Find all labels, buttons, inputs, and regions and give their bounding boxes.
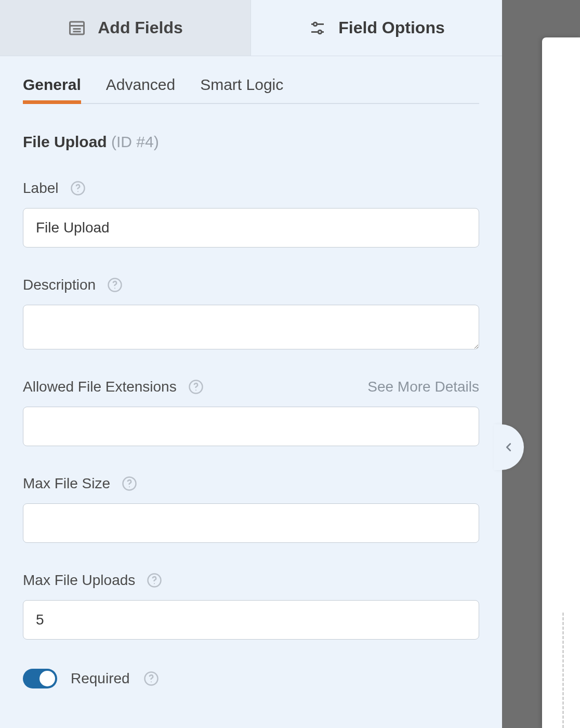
field-description-group: Description bbox=[23, 277, 479, 349]
label-input[interactable] bbox=[23, 208, 479, 248]
max-size-input[interactable] bbox=[23, 503, 479, 543]
help-icon[interactable] bbox=[70, 180, 86, 196]
subtab-general[interactable]: General bbox=[23, 69, 81, 103]
required-toggle[interactable] bbox=[23, 669, 57, 688]
toggle-knob bbox=[39, 671, 55, 686]
description-input[interactable] bbox=[23, 305, 479, 349]
svg-point-5 bbox=[313, 22, 317, 26]
allowed-ext-input[interactable] bbox=[23, 407, 479, 446]
help-icon[interactable] bbox=[143, 671, 159, 686]
tab-add-fields-label: Add Fields bbox=[98, 18, 183, 37]
field-max-uploads-group: Max File Uploads bbox=[23, 572, 479, 640]
section-heading: File Upload (ID #4) bbox=[0, 104, 502, 151]
help-icon[interactable] bbox=[107, 277, 123, 293]
svg-point-19 bbox=[151, 681, 152, 682]
field-type-title: File Upload bbox=[23, 133, 107, 150]
field-allowed-ext-group: Allowed File Extensions See More Details bbox=[23, 379, 479, 446]
svg-point-15 bbox=[129, 486, 130, 487]
list-icon bbox=[68, 19, 86, 37]
sub-tabs-container: General Advanced Smart Logic bbox=[0, 69, 502, 104]
subtab-advanced[interactable]: Advanced bbox=[106, 69, 175, 103]
label-label: Label bbox=[23, 180, 59, 197]
preview-card-edge bbox=[542, 37, 580, 728]
tab-field-options[interactable]: Field Options bbox=[251, 0, 502, 56]
sub-tabs: General Advanced Smart Logic bbox=[23, 69, 479, 104]
field-label-group: Label bbox=[23, 180, 479, 248]
tab-add-fields[interactable]: Add Fields bbox=[0, 0, 251, 56]
main-tabs: Add Fields Field Options bbox=[0, 0, 502, 56]
chevron-left-icon bbox=[503, 439, 515, 455]
help-icon[interactable] bbox=[147, 573, 162, 588]
max-uploads-label: Max File Uploads bbox=[23, 572, 135, 589]
help-icon[interactable] bbox=[188, 379, 204, 395]
sliders-icon bbox=[308, 19, 327, 37]
svg-point-11 bbox=[114, 288, 115, 289]
tab-field-options-label: Field Options bbox=[338, 18, 444, 37]
field-id-text: (ID #4) bbox=[111, 133, 159, 150]
help-icon[interactable] bbox=[122, 476, 137, 491]
svg-point-17 bbox=[154, 583, 155, 584]
svg-point-9 bbox=[77, 191, 78, 192]
required-label: Required bbox=[71, 670, 130, 687]
svg-point-13 bbox=[195, 389, 196, 391]
subtab-smart-logic[interactable]: Smart Logic bbox=[200, 69, 283, 103]
fields-container: Label Description bbox=[0, 180, 502, 640]
description-label: Description bbox=[23, 277, 96, 293]
required-row: Required bbox=[0, 669, 502, 688]
svg-point-7 bbox=[318, 30, 322, 34]
field-max-size-group: Max File Size bbox=[23, 475, 479, 543]
max-uploads-input[interactable] bbox=[23, 600, 479, 640]
max-size-label: Max File Size bbox=[23, 475, 110, 492]
preview-dashed-line bbox=[562, 613, 564, 728]
see-more-details-link[interactable]: See More Details bbox=[367, 379, 479, 395]
field-options-panel: Add Fields Field Options General Advance… bbox=[0, 0, 502, 728]
allowed-ext-label: Allowed File Extensions bbox=[23, 379, 177, 395]
